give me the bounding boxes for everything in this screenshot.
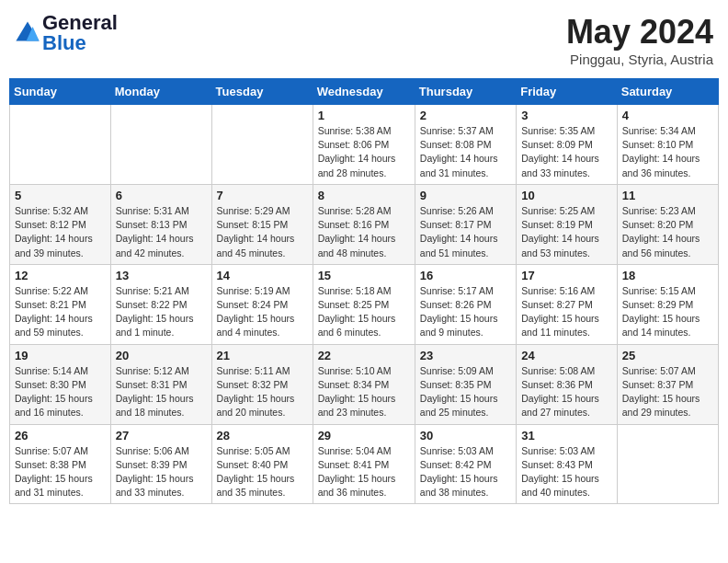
- day-info: Sunrise: 5:34 AM Sunset: 8:10 PM Dayligh…: [622, 124, 713, 180]
- day-info: Sunrise: 5:29 AM Sunset: 8:15 PM Dayligh…: [217, 204, 308, 260]
- day-info: Sunrise: 5:06 AM Sunset: 8:39 PM Dayligh…: [116, 444, 207, 500]
- week-row-5: 26Sunrise: 5:07 AM Sunset: 8:38 PM Dayli…: [10, 424, 719, 504]
- day-cell: 23Sunrise: 5:09 AM Sunset: 8:35 PM Dayli…: [415, 344, 516, 424]
- day-cell: [110, 105, 211, 185]
- day-cell: 29Sunrise: 5:04 AM Sunset: 8:41 PM Dayli…: [313, 424, 415, 504]
- day-cell: 14Sunrise: 5:19 AM Sunset: 8:24 PM Dayli…: [211, 264, 313, 344]
- weekday-header-friday: Friday: [517, 79, 618, 105]
- day-cell: 17Sunrise: 5:16 AM Sunset: 8:27 PM Dayli…: [517, 264, 618, 344]
- day-cell: 1Sunrise: 5:38 AM Sunset: 8:06 PM Daylig…: [313, 105, 415, 185]
- day-cell: 3Sunrise: 5:35 AM Sunset: 8:09 PM Daylig…: [517, 105, 618, 185]
- week-row-4: 19Sunrise: 5:14 AM Sunset: 8:30 PM Dayli…: [10, 344, 719, 424]
- weekday-header-wednesday: Wednesday: [313, 79, 415, 105]
- day-info: Sunrise: 5:23 AM Sunset: 8:20 PM Dayligh…: [622, 204, 713, 260]
- day-cell: 31Sunrise: 5:03 AM Sunset: 8:43 PM Dayli…: [517, 424, 618, 504]
- day-cell: 25Sunrise: 5:07 AM Sunset: 8:37 PM Dayli…: [617, 344, 718, 424]
- day-number: 12: [15, 269, 106, 282]
- day-number: 21: [217, 349, 308, 362]
- day-info: Sunrise: 5:09 AM Sunset: 8:35 PM Dayligh…: [420, 364, 511, 420]
- page-header: General Blue May 2024 Pinggau, Styria, A…: [9, 9, 719, 71]
- day-number: 31: [521, 429, 612, 442]
- day-number: 26: [15, 429, 106, 442]
- day-cell: 15Sunrise: 5:18 AM Sunset: 8:25 PM Dayli…: [313, 264, 415, 344]
- day-cell: 7Sunrise: 5:29 AM Sunset: 8:15 PM Daylig…: [211, 184, 313, 264]
- day-cell: 18Sunrise: 5:15 AM Sunset: 8:29 PM Dayli…: [617, 264, 718, 344]
- title-block: May 2024 Pinggau, Styria, Austria: [566, 13, 713, 67]
- day-cell: 16Sunrise: 5:17 AM Sunset: 8:26 PM Dayli…: [415, 264, 516, 344]
- day-info: Sunrise: 5:03 AM Sunset: 8:42 PM Dayligh…: [420, 444, 511, 500]
- day-number: 27: [116, 429, 207, 442]
- day-info: Sunrise: 5:08 AM Sunset: 8:36 PM Dayligh…: [521, 364, 612, 420]
- day-number: 18: [622, 269, 713, 282]
- day-cell: 10Sunrise: 5:25 AM Sunset: 8:19 PM Dayli…: [517, 184, 618, 264]
- day-number: 25: [622, 349, 713, 362]
- day-cell: 30Sunrise: 5:03 AM Sunset: 8:42 PM Dayli…: [415, 424, 516, 504]
- day-info: Sunrise: 5:21 AM Sunset: 8:22 PM Dayligh…: [116, 284, 207, 340]
- weekday-header-sunday: Sunday: [10, 79, 111, 105]
- day-number: 20: [116, 349, 207, 362]
- day-number: 5: [15, 189, 106, 202]
- day-cell: 2Sunrise: 5:37 AM Sunset: 8:08 PM Daylig…: [415, 105, 516, 185]
- day-cell: 27Sunrise: 5:06 AM Sunset: 8:39 PM Dayli…: [110, 424, 211, 504]
- day-cell: 19Sunrise: 5:14 AM Sunset: 8:30 PM Dayli…: [10, 344, 111, 424]
- day-info: Sunrise: 5:37 AM Sunset: 8:08 PM Dayligh…: [420, 124, 511, 180]
- day-cell: [10, 105, 111, 185]
- day-info: Sunrise: 5:07 AM Sunset: 8:38 PM Dayligh…: [15, 444, 106, 500]
- day-info: Sunrise: 5:35 AM Sunset: 8:09 PM Dayligh…: [521, 124, 612, 180]
- week-row-2: 5Sunrise: 5:32 AM Sunset: 8:12 PM Daylig…: [10, 184, 719, 264]
- day-number: 14: [217, 269, 308, 282]
- day-number: 22: [318, 349, 410, 362]
- calendar-table: SundayMondayTuesdayWednesdayThursdayFrid…: [9, 78, 719, 504]
- logo-text-general: General: [42, 13, 118, 33]
- day-info: Sunrise: 5:17 AM Sunset: 8:26 PM Dayligh…: [420, 284, 511, 340]
- day-number: 10: [521, 189, 612, 202]
- day-cell: 20Sunrise: 5:12 AM Sunset: 8:31 PM Dayli…: [110, 344, 211, 424]
- day-info: Sunrise: 5:11 AM Sunset: 8:32 PM Dayligh…: [217, 364, 308, 420]
- day-number: 17: [521, 269, 612, 282]
- day-cell: [211, 105, 313, 185]
- day-number: 6: [116, 189, 207, 202]
- week-row-3: 12Sunrise: 5:22 AM Sunset: 8:21 PM Dayli…: [10, 264, 719, 344]
- day-number: 13: [116, 269, 207, 282]
- day-cell: 9Sunrise: 5:26 AM Sunset: 8:17 PM Daylig…: [415, 184, 516, 264]
- day-number: 29: [318, 429, 410, 442]
- day-number: 8: [318, 189, 410, 202]
- logo: General Blue: [15, 13, 118, 53]
- day-info: Sunrise: 5:16 AM Sunset: 8:27 PM Dayligh…: [521, 284, 612, 340]
- week-row-1: 1Sunrise: 5:38 AM Sunset: 8:06 PM Daylig…: [10, 105, 719, 185]
- weekday-header-row: SundayMondayTuesdayWednesdayThursdayFrid…: [10, 79, 719, 105]
- logo-icon: [15, 20, 40, 46]
- day-info: Sunrise: 5:28 AM Sunset: 8:16 PM Dayligh…: [318, 204, 410, 260]
- day-info: Sunrise: 5:19 AM Sunset: 8:24 PM Dayligh…: [217, 284, 308, 340]
- day-info: Sunrise: 5:07 AM Sunset: 8:37 PM Dayligh…: [622, 364, 713, 420]
- day-cell: [617, 424, 718, 504]
- location-subtitle: Pinggau, Styria, Austria: [566, 52, 713, 67]
- day-info: Sunrise: 5:10 AM Sunset: 8:34 PM Dayligh…: [318, 364, 410, 420]
- day-info: Sunrise: 5:26 AM Sunset: 8:17 PM Dayligh…: [420, 204, 511, 260]
- weekday-header-tuesday: Tuesday: [211, 79, 313, 105]
- day-number: 16: [420, 269, 511, 282]
- day-cell: 12Sunrise: 5:22 AM Sunset: 8:21 PM Dayli…: [10, 264, 111, 344]
- day-number: 30: [420, 429, 511, 442]
- day-info: Sunrise: 5:12 AM Sunset: 8:31 PM Dayligh…: [116, 364, 207, 420]
- day-info: Sunrise: 5:15 AM Sunset: 8:29 PM Dayligh…: [622, 284, 713, 340]
- weekday-header-monday: Monday: [110, 79, 211, 105]
- day-number: 1: [318, 109, 410, 122]
- logo-text-blue: Blue: [42, 33, 118, 53]
- day-cell: 24Sunrise: 5:08 AM Sunset: 8:36 PM Dayli…: [517, 344, 618, 424]
- day-info: Sunrise: 5:22 AM Sunset: 8:21 PM Dayligh…: [15, 284, 106, 340]
- day-number: 19: [15, 349, 106, 362]
- day-info: Sunrise: 5:31 AM Sunset: 8:13 PM Dayligh…: [116, 204, 207, 260]
- day-info: Sunrise: 5:04 AM Sunset: 8:41 PM Dayligh…: [318, 444, 410, 500]
- day-number: 11: [622, 189, 713, 202]
- day-number: 4: [622, 109, 713, 122]
- day-number: 2: [420, 109, 511, 122]
- day-cell: 26Sunrise: 5:07 AM Sunset: 8:38 PM Dayli…: [10, 424, 111, 504]
- day-number: 28: [217, 429, 308, 442]
- day-cell: 11Sunrise: 5:23 AM Sunset: 8:20 PM Dayli…: [617, 184, 718, 264]
- day-info: Sunrise: 5:18 AM Sunset: 8:25 PM Dayligh…: [318, 284, 410, 340]
- day-cell: 8Sunrise: 5:28 AM Sunset: 8:16 PM Daylig…: [313, 184, 415, 264]
- day-number: 3: [521, 109, 612, 122]
- day-cell: 22Sunrise: 5:10 AM Sunset: 8:34 PM Dayli…: [313, 344, 415, 424]
- day-number: 7: [217, 189, 308, 202]
